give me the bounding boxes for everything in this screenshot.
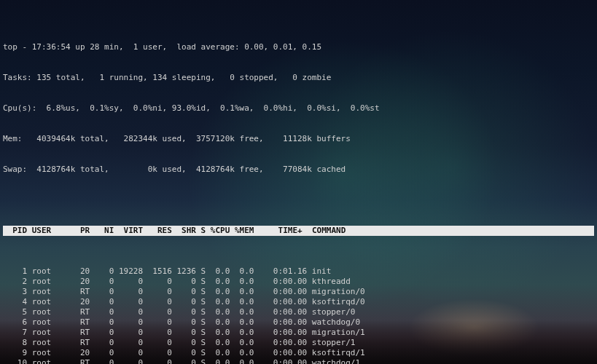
col-shr: SHR [176, 226, 196, 235]
col-user: USER [32, 226, 71, 235]
process-row: 7 root RT 0 0 0 0 S 0.0 0.0 0:00.00 migr… [3, 328, 594, 338]
process-row: 5 root RT 0 0 0 0 S 0.0 0.0 0:00.00 stop… [3, 307, 594, 317]
col-cpu: %CPU [211, 226, 230, 235]
col-pr: PR [75, 226, 90, 235]
col-mem: %MEM [235, 226, 254, 235]
process-row: 4 root 20 0 0 0 0 S 0.0 0.0 0:00.00 ksof… [3, 297, 594, 307]
summary-line-uptime: top - 17:36:54 up 28 min, 1 user, load a… [3, 42, 594, 52]
process-row: 10 root RT 0 0 0 0 S 0.0 0.0 0:00.00 wat… [3, 358, 594, 364]
top-summary: top - 17:36:54 up 28 min, 1 user, load a… [3, 22, 594, 195]
col-s: S [201, 226, 206, 235]
process-row: 1 root 20 0 19228 1516 1236 S 0.0 0.0 0:… [3, 266, 594, 277]
col-pid: PID [3, 226, 27, 235]
process-row: 9 root 20 0 0 0 0 S 0.0 0.0 0:00.00 ksof… [3, 348, 594, 358]
process-table-header: PID USER PR NI VIRT RES SHR S %CPU %MEM … [3, 226, 594, 236]
col-time: TIME+ [259, 226, 307, 235]
process-row: 8 root RT 0 0 0 0 S 0.0 0.0 0:00.00 stop… [3, 338, 594, 348]
col-virt: VIRT [119, 226, 143, 235]
process-table-body: 1 root 20 0 19228 1516 1236 S 0.0 0.0 0:… [3, 266, 594, 364]
process-row: 6 root RT 0 0 0 0 S 0.0 0.0 0:00.00 watc… [3, 317, 594, 328]
summary-line-mem: Mem: 4039464k total, 282344k used, 37571… [3, 134, 594, 144]
col-cmd: COMMAND [312, 226, 346, 235]
summary-line-swap: Swap: 4128764k total, 0k used, 4128764k … [3, 165, 594, 175]
summary-line-tasks: Tasks: 135 total, 1 running, 134 sleepin… [3, 73, 594, 83]
summary-line-cpu: Cpu(s): 6.8%us, 0.1%sy, 0.0%ni, 93.0%id,… [3, 103, 594, 114]
col-res: RES [148, 226, 172, 235]
process-row: 3 root RT 0 0 0 0 S 0.0 0.0 0:00.00 migr… [3, 287, 594, 297]
col-ni: NI [95, 226, 114, 235]
process-row: 2 root 20 0 0 0 0 S 0.0 0.0 0:00.00 kthr… [3, 277, 594, 287]
terminal[interactable]: top - 17:36:54 up 28 min, 1 user, load a… [0, 0, 597, 364]
